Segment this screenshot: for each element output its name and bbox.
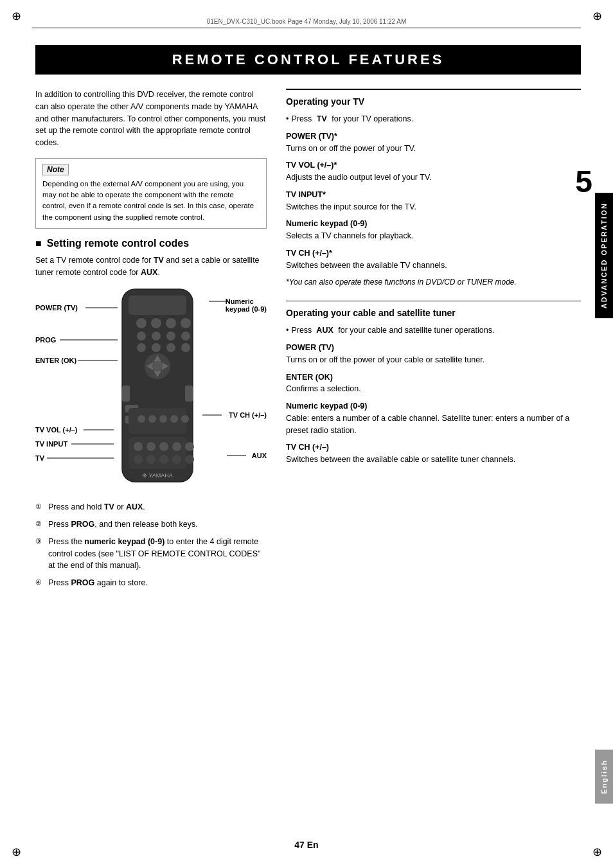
section-operating-tv: Operating your TV Press TV for your TV o… bbox=[286, 96, 581, 288]
section-operating-sat: Operating your cable and satellite tuner… bbox=[286, 308, 581, 466]
step-1: ① Press and hold TV or AUX. bbox=[35, 501, 267, 513]
remote-diagram: POWER (TV) PROG ENTER (OK) TV VOL (+/–) … bbox=[35, 286, 267, 492]
svg-point-49 bbox=[185, 455, 194, 464]
note-text: Depending on the external A/V component … bbox=[42, 179, 260, 223]
label-tv-ch: TV CH (+/–) bbox=[229, 411, 267, 419]
section-title-tv: Operating your TV bbox=[286, 96, 581, 108]
svg-point-42 bbox=[159, 442, 168, 451]
svg-point-18 bbox=[181, 332, 190, 341]
label-aux: AUX bbox=[252, 452, 267, 459]
svg-point-11 bbox=[136, 318, 147, 328]
svg-point-38 bbox=[181, 415, 189, 423]
svg-point-16 bbox=[152, 332, 161, 341]
section-heading: Setting remote control codes bbox=[35, 238, 267, 249]
left-column: In addition to controlling this DVD rece… bbox=[35, 89, 267, 594]
feature-numeric-tv: Numeric keypad (0-9) Selects a TV channe… bbox=[286, 218, 581, 242]
step-3: ③ Press the numeric keypad (0-9) to ente… bbox=[35, 536, 267, 572]
feature-tv-ch-sat: TV CH (+/–) Switches between the availab… bbox=[286, 441, 581, 466]
side-tab: ADVANCED OPERATION bbox=[595, 193, 613, 318]
sub-intro: Set a TV remote control code for TV and … bbox=[35, 254, 267, 279]
svg-point-17 bbox=[166, 332, 175, 341]
step-4: ④ Press PROG again to store. bbox=[35, 577, 267, 589]
right-column: Operating your TV Press TV for your TV o… bbox=[286, 89, 581, 594]
remote-control-image: ⊕ YAMAHA bbox=[112, 286, 206, 488]
tv-bullet: Press TV for your TV operations. bbox=[286, 113, 581, 125]
svg-rect-10 bbox=[129, 296, 186, 315]
svg-point-14 bbox=[181, 318, 191, 328]
svg-point-34 bbox=[138, 415, 145, 423]
label-power-tv: POWER (TV) bbox=[35, 304, 78, 312]
label-tv-input: TV INPUT bbox=[35, 440, 67, 448]
svg-point-19 bbox=[137, 343, 146, 352]
sat-bullet: Press AUX for your cable and satellite t… bbox=[286, 324, 581, 337]
file-info: 01EN_DVX-C310_UC.book Page 47 Monday, Ju… bbox=[32, 18, 581, 28]
svg-text:⊕ YAMAHA: ⊕ YAMAHA bbox=[142, 472, 173, 479]
step-2: ② Press PROG, and then release both keys… bbox=[35, 518, 267, 531]
section-divider bbox=[286, 301, 581, 301]
page-number: 47 En bbox=[294, 840, 318, 850]
corner-mark-tr: ⊕ bbox=[587, 6, 607, 26]
feature-power-sat: POWER (TV) Turns on or off the power of … bbox=[286, 342, 581, 366]
svg-point-40 bbox=[134, 442, 143, 451]
tv-footnote: *You can also operate these functions in… bbox=[286, 276, 581, 288]
svg-point-45 bbox=[134, 455, 143, 464]
feature-tv-ch: TV CH (+/–)* Switches between the availa… bbox=[286, 247, 581, 272]
svg-point-43 bbox=[172, 442, 181, 451]
svg-point-41 bbox=[147, 442, 155, 451]
svg-point-21 bbox=[166, 343, 175, 352]
two-column-layout: In addition to controlling this DVD rece… bbox=[35, 89, 581, 594]
english-tab: English bbox=[595, 750, 613, 804]
svg-rect-39 bbox=[129, 437, 186, 469]
page-title: REMOTE CONTROL FEATURES bbox=[35, 45, 581, 75]
note-label: Note bbox=[42, 164, 69, 175]
feature-numeric-sat: Numeric keypad (0-9) Cable: enters a num… bbox=[286, 400, 581, 436]
svg-point-48 bbox=[172, 455, 181, 464]
svg-point-35 bbox=[148, 415, 156, 423]
section-title-sat: Operating your cable and satellite tuner bbox=[286, 308, 581, 319]
corner-mark-br: ⊕ bbox=[587, 842, 607, 862]
label-tv-vol: TV VOL (+/–) bbox=[35, 426, 78, 434]
svg-point-28 bbox=[152, 361, 163, 371]
label-enter-ok: ENTER (OK) bbox=[35, 357, 76, 364]
svg-rect-33 bbox=[129, 408, 186, 434]
label-tv: TV bbox=[35, 454, 44, 462]
feature-tv-vol: TV VOL (+/–)* Adjusts the audio output l… bbox=[286, 159, 581, 184]
intro-paragraph: In addition to controlling this DVD rece… bbox=[35, 89, 267, 149]
svg-point-20 bbox=[152, 343, 161, 352]
feature-tv-input: TV INPUT* Switches the input source for … bbox=[286, 189, 581, 213]
corner-mark-tl: ⊕ bbox=[6, 6, 26, 26]
svg-point-44 bbox=[185, 442, 194, 451]
steps-list: ① Press and hold TV or AUX. ② Press PROG… bbox=[35, 501, 267, 589]
svg-point-13 bbox=[166, 318, 176, 328]
feature-enter-ok-sat: ENTER (OK) Confirms a selection. bbox=[286, 371, 581, 396]
svg-point-12 bbox=[151, 318, 161, 328]
corner-mark-bl: ⊕ bbox=[6, 842, 26, 862]
svg-point-47 bbox=[159, 455, 168, 464]
feature-power-tv: POWER (TV)* Turns on or off the power of… bbox=[286, 130, 581, 155]
note-box: Note Depending on the external A/V compo… bbox=[35, 158, 267, 229]
label-prog: PROG bbox=[35, 336, 56, 344]
svg-rect-30 bbox=[185, 385, 193, 402]
svg-point-37 bbox=[170, 415, 178, 423]
svg-point-15 bbox=[137, 332, 146, 341]
main-content: REMOTE CONTROL FEATURES In addition to c… bbox=[35, 45, 581, 829]
svg-point-22 bbox=[181, 343, 190, 352]
label-numeric: Numerickeypad (0-9) bbox=[226, 297, 267, 313]
svg-rect-29 bbox=[122, 385, 130, 402]
svg-point-36 bbox=[159, 415, 167, 423]
svg-point-46 bbox=[147, 455, 155, 464]
